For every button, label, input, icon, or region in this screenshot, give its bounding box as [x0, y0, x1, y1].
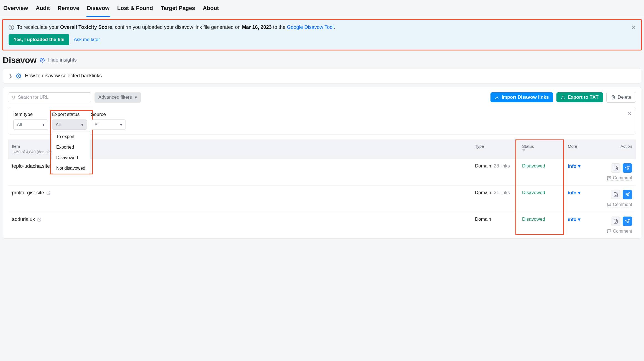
recalc-alert: ✕ ? To recalculate your Overall Toxicity… [2, 19, 642, 50]
status-badge: Disavowed [522, 217, 545, 222]
th-status[interactable]: Status [518, 139, 564, 156]
upload-icon [561, 95, 565, 100]
comment-icon [607, 229, 611, 233]
table-row: teplo-udacha.site Domain: 28 links Disav… [8, 159, 636, 185]
table-row: proliturgist.site Domain: 31 links Disav… [8, 185, 636, 212]
th-more[interactable]: More [564, 139, 605, 153]
type-prefix: Domain [475, 217, 491, 222]
chevron-right-icon: ❯ [9, 73, 12, 78]
yes-uploaded-button[interactable]: Yes, I uploaded the file [9, 34, 69, 45]
filters-row: ✕ Item type All ▾ Export status All ▾ To… [8, 107, 636, 134]
filter-label: Export status [52, 112, 87, 117]
export-txt-button[interactable]: Export to TXT [556, 92, 603, 102]
chevron-down-icon: ▾ [81, 122, 83, 127]
svg-line-14 [48, 191, 50, 193]
external-link-icon[interactable] [37, 217, 42, 222]
tab-lost-found[interactable]: Lost & Found [117, 0, 154, 17]
type-count: 31 links [494, 190, 510, 195]
more-info-link[interactable]: info ▾ [568, 190, 602, 196]
tab-about[interactable]: About [202, 0, 219, 17]
chevron-down-icon: ▾ [578, 217, 581, 222]
item-type-select[interactable]: All ▾ [13, 120, 48, 130]
export-status-dropdown: To export Exported Disavowed Not disavow… [52, 131, 90, 174]
table-row: addurls.uk Domain Disavowed info ▾ [8, 212, 636, 238]
chevron-down-icon: ▾ [120, 122, 122, 127]
dropdown-option[interactable]: To export [52, 131, 90, 142]
tab-target-pages[interactable]: Target Pages [160, 0, 196, 17]
chevron-down-icon: ▾ [42, 122, 45, 127]
help-circle-icon: ? [9, 25, 14, 30]
delete-button[interactable]: Delete [606, 92, 636, 103]
filter-source: Source All ▾ [91, 112, 126, 130]
domain-name[interactable]: addurls.uk [12, 217, 35, 222]
type-prefix: Domain: [475, 190, 494, 195]
svg-line-19 [39, 218, 41, 220]
chevron-down-icon: ▾ [578, 163, 581, 169]
type-count: 28 links [494, 163, 510, 169]
search-box[interactable] [8, 92, 91, 102]
more-info-link[interactable]: info ▾ [568, 217, 602, 222]
svg-point-1 [18, 75, 19, 77]
comment-icon [607, 176, 611, 180]
filter-label: Item type [13, 112, 48, 117]
chevron-down-icon: ▾ [135, 95, 137, 100]
gear-icon[interactable] [40, 58, 45, 63]
th-action: Action [605, 139, 636, 153]
filter-label: Source [91, 112, 126, 117]
close-icon[interactable]: ✕ [627, 110, 632, 117]
tab-remove[interactable]: Remove [57, 0, 80, 17]
external-link-icon[interactable] [46, 191, 51, 195]
document-icon[interactable] [611, 190, 620, 199]
dropdown-option[interactable]: Not disavowed [52, 163, 90, 174]
page-title: Disavow [3, 55, 37, 65]
tab-audit[interactable]: Audit [35, 0, 50, 17]
search-icon [12, 95, 16, 100]
chevron-down-icon: ▾ [578, 190, 581, 196]
svg-point-0 [42, 60, 43, 61]
tab-overview[interactable]: Overview [3, 0, 29, 17]
gear-icon [16, 73, 21, 78]
close-icon[interactable]: ✕ [631, 24, 636, 31]
send-icon[interactable] [623, 163, 632, 173]
type-prefix: Domain: [475, 163, 494, 169]
tab-disavow[interactable]: Disavow [86, 0, 110, 17]
domain-name[interactable]: proliturgist.site [12, 190, 44, 196]
search-input[interactable] [18, 95, 88, 100]
filter-item-type: Item type All ▾ [13, 112, 48, 130]
google-disavow-link[interactable]: Google Disavow Tool [287, 24, 334, 30]
trash-icon [611, 95, 615, 100]
comment-link[interactable]: Comment [607, 229, 632, 234]
th-type[interactable]: Type [471, 139, 518, 153]
hide-insights-link[interactable]: Hide insights [48, 57, 77, 63]
export-status-select[interactable]: All ▾ [52, 120, 87, 130]
howto-panel[interactable]: ❯ How to disavow selected backlinks [3, 68, 641, 83]
download-icon [495, 95, 499, 100]
source-select[interactable]: All ▾ [91, 120, 126, 130]
svg-line-3 [14, 98, 15, 99]
alert-text: To recalculate your Overall Toxicity Sco… [17, 24, 335, 30]
ask-later-link[interactable]: Ask me later [74, 37, 100, 42]
advanced-filters-button[interactable]: Advanced filters ▾ [94, 92, 141, 103]
nav-tabs: Overview Audit Remove Disavow Lost & Fou… [0, 0, 644, 17]
more-info-link[interactable]: info ▾ [568, 163, 602, 169]
domain-name[interactable]: teplo-udacha.site [12, 163, 50, 169]
sort-icon [522, 149, 560, 152]
main-card: Advanced filters ▾ Import Disavow links … [3, 87, 641, 239]
filter-export-status: Export status All ▾ To export Exported D… [52, 112, 87, 130]
status-badge: Disavowed [522, 163, 545, 169]
document-icon[interactable] [611, 217, 620, 226]
send-icon[interactable] [623, 190, 632, 199]
svg-point-2 [12, 96, 15, 98]
import-disavow-button[interactable]: Import Disavow links [490, 92, 553, 102]
table-header: Item 1–50 of 4,849 (domains 4 Type Statu… [8, 139, 636, 159]
comment-link[interactable]: Comment [607, 202, 632, 207]
howto-label: How to disavow selected backlinks [25, 73, 102, 79]
document-icon[interactable] [611, 163, 620, 173]
comment-icon [607, 202, 611, 207]
dropdown-option[interactable]: Disavowed [52, 152, 90, 163]
send-icon[interactable] [623, 217, 632, 226]
comment-link[interactable]: Comment [607, 176, 632, 181]
status-badge: Disavowed [522, 190, 545, 195]
dropdown-option[interactable]: Exported [52, 142, 90, 152]
